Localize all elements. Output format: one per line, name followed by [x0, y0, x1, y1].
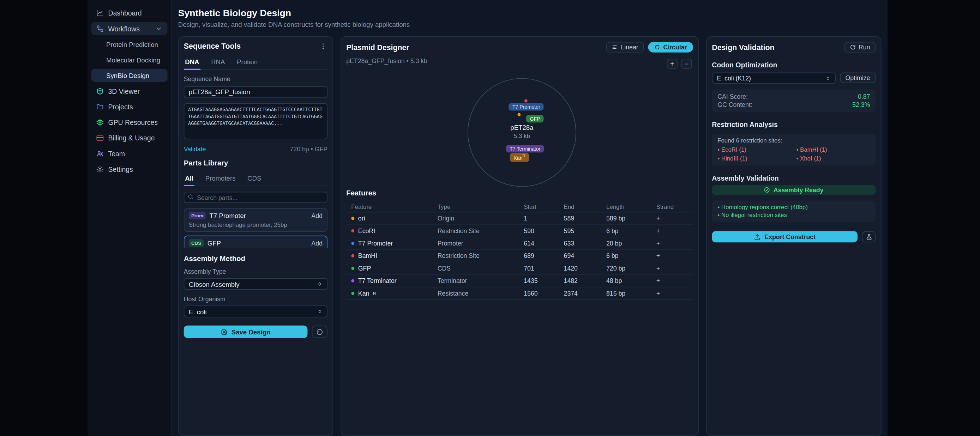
cai-score-label: CAI Score:: [718, 93, 748, 100]
refresh-icon: [850, 44, 856, 50]
sequence-name-label: Sequence Name: [184, 76, 328, 82]
sequence-name-input[interactable]: [184, 86, 328, 98]
sidebar-item-label: Settings: [108, 165, 133, 173]
sidebar-item-label: Molecular Docking: [106, 56, 160, 63]
history-icon: [316, 328, 323, 335]
tab-protein[interactable]: Protein: [236, 56, 259, 70]
sequence-textarea[interactable]: ATGAGTAAAGGAGAAGAACTTTTCACTGGAGTTGTCCCAA…: [184, 103, 328, 139]
flask-button[interactable]: [862, 231, 875, 243]
part-card-gfp[interactable]: CDS GFP Add Green fluorescent protein, 7…: [184, 236, 328, 248]
folder-icon: [96, 103, 104, 110]
map-chip-kanr[interactable]: KanR: [510, 153, 529, 162]
gc-content-value: 52.3%: [852, 101, 870, 108]
tab-parts-promoters[interactable]: Promoters: [204, 171, 237, 185]
add-part-button[interactable]: Add: [311, 212, 323, 219]
feature-dot: [351, 292, 354, 295]
chevrons-up-down-icon: [317, 309, 323, 314]
feature-dot: [351, 217, 354, 220]
part-badge: CDS: [189, 239, 204, 247]
kebab-menu-icon[interactable]: [319, 42, 328, 50]
assembly-check: Homology regions correct (40bp): [718, 203, 870, 211]
table-row[interactable]: KanR Resistance 1560 2374 815 bp +: [346, 287, 693, 300]
sequence-type-tabs: DNA RNA Protein: [184, 56, 328, 70]
restriction-analysis-title: Restriction Analysis: [712, 120, 875, 128]
tab-dna[interactable]: DNA: [184, 56, 200, 70]
feature-dot: [351, 254, 354, 257]
sidebar-item-workflows[interactable]: Workflows: [91, 22, 168, 35]
sequence-tools-panel: Sequence Tools DNA RNA Protein Sequence …: [178, 36, 333, 436]
host-organism-select[interactable]: E. coli: [184, 306, 328, 317]
part-card-t7-promoter[interactable]: Prom T7 Promoter Add Strong bacteriophag…: [184, 208, 328, 232]
col-start: Start: [524, 203, 563, 210]
sidebar-item-team[interactable]: Team: [91, 147, 168, 160]
table-row[interactable]: T7 Promoter Promoter 614 633 20 bp +: [346, 238, 693, 250]
sidebar-item-label: SynBio Design: [106, 71, 149, 79]
sidebar: Dashboard Workflows Protein Prediction M…: [88, 0, 172, 436]
part-name: T7 Promoter: [210, 212, 246, 219]
map-chip-t7-promoter[interactable]: T7 Promoter: [509, 103, 544, 110]
organism-select[interactable]: E. coli (K12): [712, 72, 835, 84]
feature-dot: [351, 267, 354, 270]
assembly-type-value: Gibson Assembly: [189, 280, 240, 287]
map-chip-gfp[interactable]: GFP: [526, 115, 544, 122]
tab-rna[interactable]: RNA: [210, 56, 226, 70]
sidebar-item-3d-viewer[interactable]: 3D Viewer: [91, 84, 168, 97]
validate-link[interactable]: Validate: [184, 145, 206, 152]
add-part-button[interactable]: Add: [311, 239, 323, 246]
map-chip-t7-terminator[interactable]: T7 Terminator: [506, 145, 544, 152]
col-strand: Strand: [656, 203, 688, 210]
sidebar-item-settings[interactable]: Settings: [91, 162, 168, 175]
col-length: Length: [606, 203, 656, 210]
view-toggle: Linear Circular: [607, 42, 693, 52]
page-title: Synthetic Biology Design: [178, 7, 881, 18]
organism-value: E. coli (K12): [717, 75, 751, 81]
table-row[interactable]: BamHI Restriction Site 689 694 6 bp +: [346, 250, 693, 262]
codon-optimization-title: Codon Optimization: [712, 61, 875, 69]
sidebar-item-gpu-resources[interactable]: GPU Resources: [91, 116, 168, 129]
part-badge: Prom: [189, 212, 206, 219]
assembly-type-select[interactable]: Gibson Assembly: [184, 278, 328, 290]
table-row[interactable]: EcoRI Restriction Site 590 595 6 bp +: [346, 225, 693, 238]
tab-parts-all[interactable]: All: [184, 171, 195, 185]
plasmid-designer-title: Plasmid Designer: [346, 43, 409, 51]
codon-stats-box: CAI Score: 0.87 GC Content: 52.3%: [712, 89, 875, 112]
host-organism-value: E. coli: [189, 308, 207, 315]
gear-icon: [96, 165, 104, 173]
sidebar-item-label: 3D Viewer: [108, 87, 140, 95]
save-design-button[interactable]: Save Design: [184, 326, 308, 338]
feature-dot: [351, 279, 354, 282]
assembly-check: No illegal restriction sites: [718, 211, 870, 219]
feature-marker: [517, 113, 520, 116]
history-button[interactable]: [312, 326, 328, 338]
sidebar-item-projects[interactable]: Projects: [91, 100, 168, 113]
export-construct-button[interactable]: Export Construct: [712, 231, 858, 243]
sidebar-item-label: Workflows: [108, 25, 139, 32]
plasmid-designer-panel: Plasmid Designer Linear Circular pET28a_…: [340, 36, 699, 436]
table-row[interactable]: T7 Terminator Terminator 1435 1482 48 bp…: [346, 275, 693, 287]
feature-dot: [351, 242, 354, 245]
parts-search-input[interactable]: [184, 192, 328, 203]
tab-parts-cds[interactable]: CDS: [246, 171, 262, 185]
plasmid-size: 5.3 kb: [510, 132, 533, 139]
sidebar-item-label: Billing & Usage: [108, 134, 154, 141]
restriction-site: XhoI (1): [796, 155, 870, 162]
sidebar-item-dashboard[interactable]: Dashboard: [91, 6, 168, 19]
sidebar-item-billing[interactable]: Billing & Usage: [91, 131, 168, 144]
optimize-button[interactable]: Optimize: [840, 72, 876, 83]
linear-view-button[interactable]: Linear: [607, 42, 644, 52]
plasmid-subtitle: pET28a_GFP_fusion • 5.3 kb: [346, 57, 693, 64]
cube-icon: [96, 87, 104, 95]
sidebar-item-protein-prediction[interactable]: Protein Prediction: [91, 37, 168, 51]
save-icon: [221, 328, 228, 335]
circular-view-button[interactable]: Circular: [648, 42, 693, 52]
page-header: Synthetic Biology Design Design, visuali…: [178, 7, 881, 28]
table-row[interactable]: ori Origin 1 589 589 bp +: [346, 212, 693, 225]
export-icon: [754, 233, 760, 240]
restriction-site: HindIII (1): [718, 155, 791, 162]
plasmid-center-label: pET28a 5.3 kb: [510, 124, 533, 140]
sidebar-item-synbio-design[interactable]: SynBio Design: [91, 69, 168, 82]
sidebar-item-molecular-docking[interactable]: Molecular Docking: [91, 53, 168, 66]
table-row[interactable]: GFP CDS 701 1420 720 bp +: [346, 262, 693, 275]
assembly-validation-title: Assembly Validation: [712, 174, 875, 182]
run-validation-button[interactable]: Run: [844, 42, 875, 52]
